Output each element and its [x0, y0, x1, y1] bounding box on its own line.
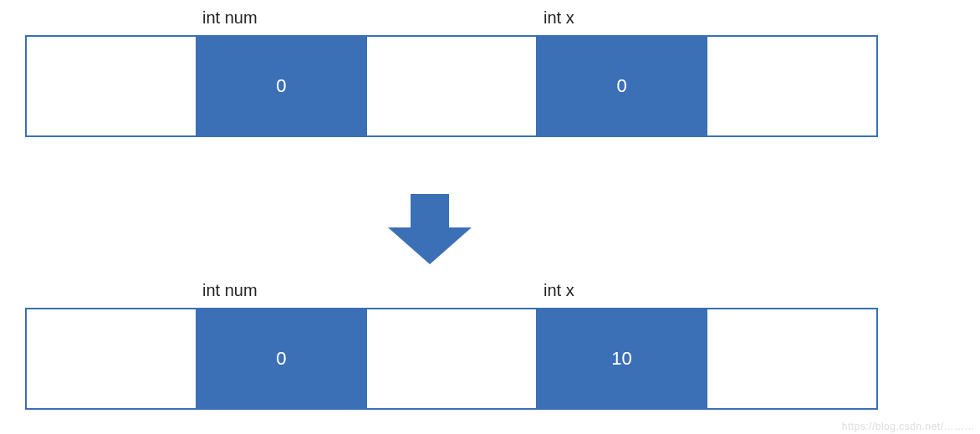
cell-top-4 — [707, 37, 876, 135]
watermark-text: https://blog.csdn.net/……… — [842, 421, 975, 432]
down-arrow-icon — [388, 194, 472, 269]
cell-bottom-4 — [707, 309, 876, 408]
label-int-num-bottom: int num — [202, 281, 258, 300]
top-labels: int num int x — [25, 8, 878, 35]
cell-top-x: 0 — [538, 37, 708, 135]
cell-bottom-num: 0 — [197, 309, 368, 408]
cell-top-2 — [367, 37, 538, 135]
cell-bottom-2 — [367, 309, 538, 408]
cell-bottom-0 — [27, 309, 197, 408]
bottom-labels: int num int x — [25, 281, 878, 308]
label-int-num-top: int num — [202, 8, 258, 28]
label-int-x-bottom: int x — [544, 281, 574, 300]
memory-row-bottom: 0 10 — [25, 308, 878, 410]
state-before: int num int x 0 0 — [25, 8, 878, 137]
state-after: int num int x 0 10 — [25, 281, 878, 410]
cell-bottom-x: 10 — [538, 309, 708, 408]
label-int-x-top: int x — [544, 8, 574, 28]
cell-top-0 — [27, 37, 197, 135]
cell-top-num: 0 — [197, 37, 368, 135]
memory-row-top: 0 0 — [25, 35, 878, 137]
